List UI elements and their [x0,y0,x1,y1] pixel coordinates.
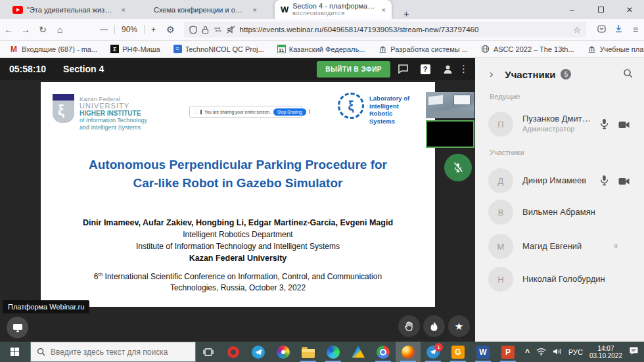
minimize-button[interactable]: – [557,0,586,19]
taskbar-chrome[interactable] [371,342,396,362]
participant-row[interactable]: М Магид Евгений я [475,234,644,260]
maximize-button[interactable] [586,0,615,19]
maximize-icon [598,7,604,12]
paint-icon [277,346,290,359]
taskbar-paint[interactable] [271,342,296,362]
participant-name: Вильмен Абрамян [522,207,595,217]
search-input[interactable] [51,348,182,357]
time: 14:07 [589,345,622,352]
url-bar[interactable]: https://events.webinar.ru/60496581/47193… [184,22,586,37]
bookmark-technonicol[interactable]: ≡ TechnoNICOL QC Proj... [173,45,264,53]
taskbar-opera[interactable] [221,342,246,362]
reload-button[interactable]: ↻ [34,24,51,35]
taskbar-powerpoint[interactable]: P [495,342,520,362]
mic-muted-button[interactable] [444,154,472,181]
raise-hand-button[interactable] [398,315,420,337]
close-button[interactable]: ✕ [615,0,644,19]
tab-close-icon[interactable]: × [382,6,386,14]
star-reaction-button[interactable]: ★ [448,315,470,337]
lirs-line: Robotic [369,110,409,118]
chat-icon[interactable] [393,64,413,74]
mic-icon[interactable] [600,118,609,132]
bookmark-star-icon[interactable]: ☆ [573,25,581,35]
camera-icon[interactable] [618,176,630,188]
taskbar-goldendict[interactable]: G [446,342,471,362]
drag-handle-icon[interactable]: ⋮ [193,109,198,115]
tab-close-icon[interactable]: × [253,6,257,14]
volume-icon[interactable] [553,346,562,358]
taskbar-mail[interactable]: 1 [421,342,446,362]
taskbar-explorer[interactable] [296,342,321,362]
tab-youtube[interactable]: "Эта удивительная жизнь" - Po × [7,0,131,19]
fire-reaction-button[interactable] [423,315,445,337]
screen-share-preview[interactable] [426,120,474,148]
camera-icon[interactable] [618,120,630,131]
go-live-button[interactable]: ВЫЙТИ В ЭФИР [317,61,390,78]
task-view-button[interactable] [196,342,221,362]
pocket-icon[interactable] [593,24,610,35]
stop-sharing-button[interactable]: Stop Sharing [273,108,306,116]
taskbar-app-triangle[interactable] [346,342,371,362]
bookmark-gmail[interactable]: M Входящие (687) - ma... [9,45,97,54]
taskbar-telegram[interactable] [246,342,271,362]
lock-icon[interactable] [202,26,209,34]
taskbar-word[interactable]: W [471,342,495,362]
participant-row[interactable]: Н Николай Голобурдин [475,267,644,293]
avatar: М [488,234,513,259]
bookmark-plans[interactable]: Учебные планы\Обр... [587,45,644,54]
clock[interactable]: 14:07 03.10.2022 [589,345,622,359]
triangle-app-icon [352,346,365,358]
tab-webinar-active[interactable]: W Section 4 - платформа Webinar ВОСПРОИЗ… [275,0,392,19]
participant-row[interactable]: В Вильмен Абрамян [475,200,644,226]
back-button[interactable]: ← [0,24,17,35]
tab-scheme[interactable]: Схема конфиренции и онлайн × [148,0,263,19]
windows-logo-icon [11,348,20,357]
taskbar-edge[interactable] [321,342,346,362]
autoplay-blocked-icon[interactable] [227,26,235,34]
action-center-icon[interactable] [629,346,639,358]
bookmark-rnf[interactable]: Σ РНФ-Миша [110,45,160,53]
browser-toolbar: ← → ↻ ⌂ — 90% + ⚙ https://events.webina [0,19,644,41]
more-menu-icon[interactable]: ⋮ [459,63,469,75]
bookmark-kfu[interactable]: 31 Казанский Федераль... [277,45,365,53]
screen: "Эта удивительная жизнь" - Po × Схема ко… [0,0,644,362]
zoom-in-button[interactable]: + [151,25,156,34]
screen-share-button[interactable] [7,317,28,338]
settings-gear-icon[interactable]: ⚙ [166,24,175,35]
participants-icon[interactable] [438,64,457,74]
share-banner-text: You are sharing your entire screen. [204,110,271,114]
search-icon[interactable] [623,68,633,81]
collapse-panel-icon[interactable]: › [490,68,493,80]
taskbar-firefox-active[interactable] [396,342,421,362]
permissions-icon[interactable] [214,26,222,33]
downloads-icon[interactable] [610,24,627,35]
questions-icon[interactable]: ? [415,64,435,74]
participant-row[interactable]: Д Динир Имамеев [475,168,644,194]
word-icon: W [476,346,490,359]
hide-banner-button[interactable] [309,109,310,114]
start-button[interactable] [0,342,30,362]
tab-close-icon[interactable]: × [122,6,126,14]
url-text[interactable]: https://events.webinar.ru/60496581/47193… [240,26,569,34]
tab-title: Section 4 - платформа Webinar [292,3,375,10]
bookmark-ascc[interactable]: ASCC 2022 – The 13th... [481,45,574,54]
language-indicator[interactable]: РУС [568,348,583,356]
divider [144,25,145,34]
mic-icon[interactable] [600,175,609,189]
wifi-icon[interactable] [536,346,546,358]
participant-row-host[interactable]: П Пузанков Дмит… Администратор [475,112,644,138]
new-tab-button[interactable]: + [400,8,413,19]
firefox-icon [402,346,415,359]
forward-button[interactable]: → [17,24,34,35]
lab-desk [426,110,474,118]
menu-hamburger-icon[interactable]: ≡ [627,24,644,35]
tray-expand-icon[interactable]: ^ [525,348,530,357]
zoom-out-button[interactable]: — [100,25,108,34]
taskbar-search[interactable] [30,342,196,362]
bookmark-razrabotka[interactable]: Разработка системы ... [378,45,468,54]
webcam-thumbnail[interactable] [426,92,474,118]
avatar: В [488,200,513,225]
home-button[interactable]: ⌂ [51,24,68,35]
bookmarks-bar: M Входящие (687) - ma... Σ РНФ-Миша ≡ Te… [0,41,644,58]
shield-icon[interactable] [189,26,197,34]
